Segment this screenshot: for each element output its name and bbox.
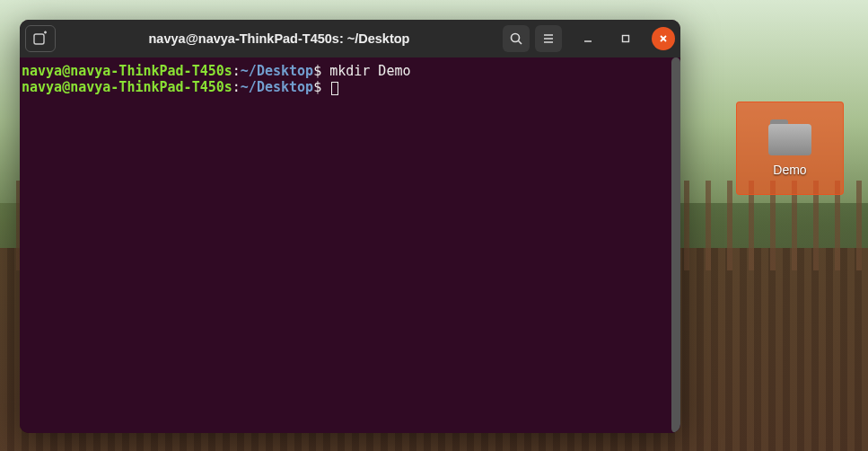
svg-line-2 bbox=[519, 41, 522, 45]
terminal-line-2: navya@navya-ThinkPad-T450s:~/Desktop$ bbox=[22, 79, 675, 95]
new-tab-icon bbox=[32, 31, 48, 47]
window-title: navya@navya-ThinkPad-T450s: ~/Desktop bbox=[61, 31, 497, 46]
terminal-line-1: navya@navya-ThinkPad-T450s:~/Desktop$ mk… bbox=[22, 63, 675, 79]
svg-rect-7 bbox=[623, 36, 629, 42]
prompt-cwd: ~/Desktop bbox=[241, 63, 313, 79]
new-tab-button[interactable] bbox=[25, 25, 56, 52]
desktop-folder-label: Demo bbox=[773, 163, 806, 177]
folder-icon bbox=[768, 119, 811, 155]
command-text: mkdir Demo bbox=[329, 63, 410, 79]
prompt-cwd: ~/Desktop bbox=[241, 79, 313, 95]
titlebar[interactable]: navya@navya-ThinkPad-T450s: ~/Desktop bbox=[20, 20, 680, 57]
menu-button[interactable] bbox=[535, 25, 562, 52]
terminal-window: navya@navya-ThinkPad-T450s: ~/Desktop bbox=[20, 20, 680, 433]
terminal-body[interactable]: navya@navya-ThinkPad-T450s:~/Desktop$ mk… bbox=[20, 57, 680, 433]
cursor bbox=[331, 82, 338, 95]
svg-point-1 bbox=[512, 34, 520, 42]
close-icon bbox=[658, 33, 669, 44]
minimize-icon bbox=[583, 33, 593, 44]
maximize-icon bbox=[620, 33, 631, 44]
prompt-user-host: navya@navya-ThinkPad-T450s bbox=[22, 79, 232, 95]
minimize-button[interactable] bbox=[576, 27, 600, 50]
search-icon bbox=[509, 31, 523, 46]
desktop-folder-demo[interactable]: Demo bbox=[736, 102, 844, 195]
svg-rect-0 bbox=[34, 34, 44, 44]
search-button[interactable] bbox=[503, 25, 530, 52]
maximize-button[interactable] bbox=[614, 27, 637, 50]
prompt-user-host: navya@navya-ThinkPad-T450s bbox=[22, 63, 232, 79]
close-button[interactable] bbox=[652, 27, 675, 50]
scrollbar[interactable] bbox=[671, 57, 680, 433]
hamburger-icon bbox=[541, 31, 556, 46]
